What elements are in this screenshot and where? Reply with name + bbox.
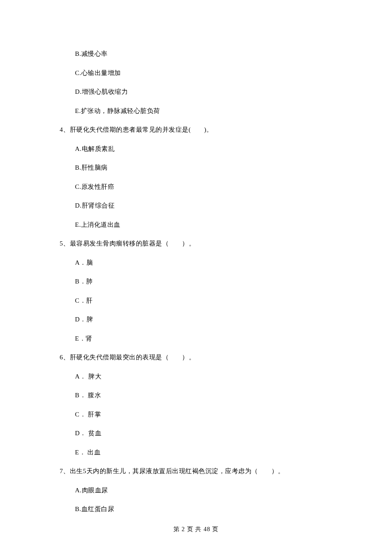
q3-option-d: D.增强心肌收缩力 [75, 87, 332, 97]
q6-option-b: B． 腹水 [75, 390, 332, 400]
q3-option-c: C.心输出量增加 [75, 68, 332, 78]
q7-option-a: A.肉眼血尿 [75, 486, 332, 495]
q5-option-d: D．脾 [75, 315, 332, 324]
q6-option-a: A． 脾大 [75, 372, 332, 382]
q4-option-e: E.上消化道出血 [75, 220, 332, 230]
q4-option-c: C.原发性肝癌 [75, 182, 332, 192]
page-footer: 第 2 页 共 48 页 [0, 525, 392, 534]
q7-option-b: B.血红蛋白尿 [75, 504, 332, 514]
q5-option-c: C．肝 [75, 296, 332, 306]
q6-option-e: E． 出血 [75, 448, 332, 457]
q3-option-e: E.扩张动，静脉减轻心脏负荷 [75, 106, 332, 116]
q5-option-b: B．肺 [75, 277, 332, 286]
q5-stem: 5、最容易发生骨肉瘤转移的脏器是（ ）。 [60, 239, 332, 249]
q7-stem: 7、出生5天内的新生儿，其尿液放置后出现红褐色沉淀，应考虑为（ ）。 [60, 466, 332, 476]
q3-option-b: B.减慢心率 [75, 49, 332, 59]
q6-option-d: D． 贫血 [75, 428, 332, 438]
q6-option-c: C． 肝掌 [75, 410, 332, 419]
q4-option-a: A.电解质素乱 [75, 144, 332, 154]
q5-option-a: A．脑 [75, 258, 332, 268]
q4-option-b: B.肝性脑病 [75, 163, 332, 173]
q4-option-d: D.肝肾综合征 [75, 201, 332, 211]
page-content: B.减慢心率 C.心输出量增加 D.增强心肌收缩力 E.扩张动，静脉减轻心脏负荷… [0, 0, 392, 514]
q4-stem: 4、肝硬化失代偿期的患者最常见的并发症是( )。 [60, 125, 332, 135]
q6-stem: 6、肝硬化失代偿期最突出的表现是（ ）。 [60, 353, 332, 362]
q5-option-e: E．肾 [75, 334, 332, 344]
